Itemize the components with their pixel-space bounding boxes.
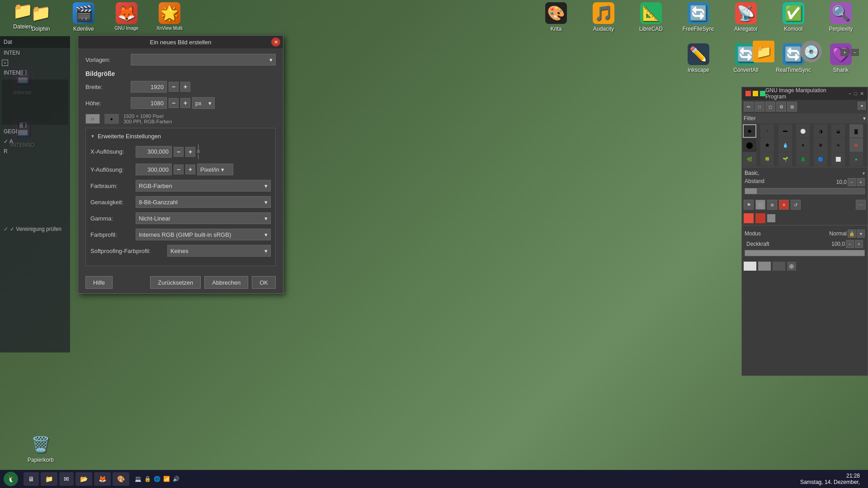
layer-preview-2[interactable] — [758, 262, 771, 271]
abstand-plus[interactable]: + — [857, 178, 865, 186]
y-aufloesung-input[interactable] — [136, 164, 172, 175]
desktop-icon-inkscape[interactable]: ✏️ Inkscape — [680, 43, 717, 73]
taskbar-app-gimp[interactable]: 🎨 — [113, 472, 129, 486]
vorlagen-dropdown[interactable]: ▾ — [131, 54, 276, 66]
start-btn[interactable]: 🐧 — [4, 472, 18, 486]
layer-preview-3[interactable] — [773, 262, 785, 271]
y-minus[interactable]: − — [174, 164, 184, 174]
hilfe-btn[interactable]: Hilfe — [85, 276, 113, 289]
color-red[interactable] — [744, 213, 754, 223]
desktop-icon-librecad[interactable]: 📐 LibreCAD — [633, 2, 669, 32]
tool-layers[interactable]: ⊞ — [787, 102, 797, 112]
brush-15[interactable]: 🌿 — [743, 152, 756, 166]
tool-pencil[interactable]: ✏ — [744, 102, 754, 112]
desktop-icon-kdenlive[interactable]: 🎬 Kdenlive — [66, 2, 102, 32]
breite-plus[interactable]: + — [180, 82, 190, 92]
farbraum-dropdown[interactable]: RGB-Farben ▾ — [136, 180, 271, 192]
modus-expand[interactable]: ▾ — [857, 230, 865, 238]
brush-20[interactable]: ⬜ — [831, 152, 845, 166]
btn-extra[interactable]: ⋯ — [856, 200, 866, 210]
brush-8[interactable]: ⬤ — [743, 138, 756, 152]
pixel-unit-dropdown[interactable]: Pixel/in ▾ — [197, 164, 233, 175]
desktop-icon-perplexity[interactable]: 🔍 Perplexity — [823, 2, 859, 32]
panel-item-r[interactable]: R — [0, 146, 70, 156]
gamma-dropdown[interactable]: Nicht-Linear ▾ — [136, 212, 271, 224]
tool-erase[interactable]: ◻ — [765, 102, 775, 112]
btn-2[interactable]: □ — [755, 200, 765, 210]
brush-9[interactable]: ★ — [760, 138, 774, 152]
desktop-icon-dolphin[interactable]: 📁 Dolphin — [23, 2, 59, 32]
panel-check-vereinigung[interactable]: ✓ ✓ Vereinigung prüfen — [0, 224, 70, 234]
brush-4[interactable]: ⚪ — [796, 124, 810, 138]
panel-item-a[interactable]: ✓ A — [0, 136, 70, 146]
layer-preview-1[interactable] — [744, 262, 756, 271]
taskbar-app-folder[interactable]: 📂 — [75, 472, 92, 486]
desktop-icon-freefilesync[interactable]: 🔄 FreeFileSync — [680, 2, 717, 32]
farbprofil-dropdown[interactable]: Internes RGB (GIMP built-in sRGB) ▾ — [136, 229, 271, 240]
panel-item-2[interactable]: INTEN — [0, 68, 70, 78]
hoehe-input[interactable] — [131, 97, 167, 109]
brush-10[interactable]: 💧 — [778, 138, 792, 152]
ok-btn[interactable]: OK — [252, 276, 276, 289]
breite-minus[interactable]: − — [169, 82, 179, 92]
hoehe-minus[interactable]: − — [169, 98, 179, 108]
x-minus[interactable]: − — [174, 147, 184, 157]
brush-18[interactable]: 🌲 — [796, 152, 810, 166]
btn-refresh[interactable]: ↺ — [791, 200, 801, 210]
taskbar-app-firefox[interactable]: 🦊 — [94, 472, 111, 486]
desktop-icon-folder-row2[interactable]: 📁 — [745, 41, 782, 64]
desktop-icon-akregator[interactable]: 📡 Akregator — [728, 2, 764, 32]
deckkraft-slider[interactable] — [745, 250, 865, 256]
btn-delete[interactable]: ✕ — [779, 200, 789, 210]
taskbar-app-files[interactable]: 🖥 — [24, 472, 39, 486]
deckkraft-minus[interactable]: − — [846, 240, 854, 248]
x-plus[interactable]: + — [185, 147, 195, 157]
advanced-header[interactable]: ▼ Erweiterte Einstellungen — [90, 133, 271, 140]
panel-item-1[interactable]: INTEN — [0, 48, 70, 58]
color-darkred[interactable] — [755, 213, 765, 223]
breite-input[interactable] — [131, 81, 167, 93]
y-plus[interactable]: + — [185, 164, 195, 174]
desktop-icon-krita[interactable]: 🎨 Krita — [538, 2, 574, 32]
taskbar-app-mail[interactable]: ✉ — [59, 472, 74, 486]
desktop-icon-xnview[interactable]: 🌟 XnView Multi — [151, 2, 188, 32]
softproofing-dropdown[interactable]: Keines ▾ — [167, 245, 271, 257]
brush-17[interactable]: 🌱 — [778, 152, 792, 166]
brush-11[interactable]: ✦ — [796, 138, 810, 152]
brush-7[interactable]: ▓ — [849, 124, 863, 138]
deckkraft-plus[interactable]: + — [855, 240, 863, 248]
panel-item-gegi[interactable]: GEGI — [0, 127, 70, 136]
brush-13[interactable]: ✳ — [831, 138, 845, 152]
hoehe-plus[interactable]: + — [180, 98, 190, 108]
x-aufloesung-input[interactable] — [136, 146, 172, 158]
brush-3[interactable]: ━ — [778, 124, 792, 138]
brush-5[interactable]: ◑ — [814, 124, 827, 138]
desktop-icon-disk-row2[interactable]: 💿 — [793, 41, 829, 64]
brush-6[interactable]: ◒ — [831, 124, 845, 138]
brush-21[interactable]: ● — [849, 152, 863, 166]
brush-19[interactable]: 🔵 — [814, 152, 827, 166]
desktop-icon-komoot[interactable]: ✅ Komoot — [775, 2, 811, 32]
tool-fill[interactable]: □ — [755, 102, 764, 112]
desktop-icon-audacity[interactable]: 🎵 Audacity — [585, 2, 622, 32]
zuruecksetzen-btn[interactable]: Zurücksetzen — [150, 276, 201, 289]
brush-14[interactable]: ⬟ — [849, 138, 863, 152]
modus-lock[interactable]: 🔒 — [848, 230, 856, 238]
abstand-slider[interactable] — [745, 188, 865, 194]
tool-fx[interactable]: ⚙ — [776, 102, 786, 112]
desktop-icon-gnu-image[interactable]: 🦊 GNU Image — [108, 2, 145, 32]
brush-2[interactable]: · — [760, 124, 774, 138]
brush-circle-hard[interactable]: ● — [743, 124, 756, 138]
abbrechen-btn[interactable]: Abbrechen — [204, 276, 248, 289]
brush-12[interactable]: ❋ — [814, 138, 827, 152]
brush-16[interactable]: 🍀 — [760, 152, 774, 166]
btn-1[interactable]: ⚑ — [744, 200, 754, 210]
desktop-icon-papierkorb[interactable]: 🗑️ Papierkorb — [23, 433, 59, 463]
btn-3[interactable]: ⊕ — [767, 200, 777, 210]
abstand-minus[interactable]: − — [848, 178, 856, 186]
zoom-expand[interactable]: ⊕ — [787, 262, 796, 271]
panel-expand[interactable]: ▾ — [858, 102, 866, 110]
dialog-close-btn[interactable]: ✕ — [271, 38, 280, 47]
unit-dropdown[interactable]: px ▾ — [192, 97, 215, 109]
genauigkeit-dropdown[interactable]: 8-Bit-Ganzzahl ▾ — [136, 196, 271, 208]
